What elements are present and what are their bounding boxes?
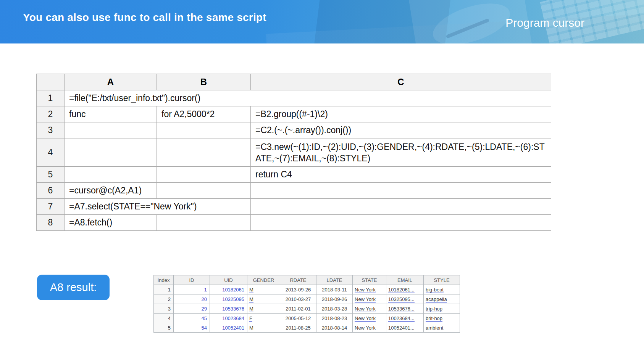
result-row-2: 22010325095M2010-03-272018-09-26New York… — [154, 294, 460, 304]
cell-B6 — [157, 183, 251, 199]
cell-A3 — [65, 122, 157, 138]
cell-B8 — [157, 215, 251, 231]
a8-result-label-badge: A8 result: — [37, 275, 110, 300]
result-cell-gender-2: M — [247, 294, 280, 304]
result-cell-style-3: trip-hop — [424, 304, 460, 314]
result-cell-index-3: 3 — [154, 304, 174, 314]
cell-C7 — [251, 199, 551, 215]
result-row-5: 55410052401M2011-08-252018-08-14New York… — [154, 323, 460, 333]
result-column-header-email: EMAIL — [386, 275, 424, 285]
page-title: You can also use func to call in the sam… — [23, 11, 266, 24]
cell-B4 — [157, 138, 251, 167]
row-number-3: 3 — [37, 122, 65, 138]
result-cell-uid-2: 10325095 — [210, 294, 247, 304]
result-cell-style-1: big-beat — [424, 285, 460, 294]
result-cell-id-1: 1 — [174, 285, 210, 294]
result-header-row: IndexIDUIDGENDERRDATELDATESTATEEMAILSTYL… — [154, 275, 460, 285]
row-number-1: 1 — [37, 90, 65, 106]
result-cell-ldate-4: 2018-08-23 — [316, 314, 353, 323]
cell-A6: =cursor@c(A2,A1) — [65, 183, 157, 199]
result-cell-email-2: 10325095... — [386, 294, 424, 304]
result-column-header-id: ID — [174, 275, 210, 285]
a8-result-table: IndexIDUIDGENDERRDATELDATESTATEEMAILSTYL… — [153, 275, 460, 333]
result-row-3: 32910533676M2011-02-012018-03-28New York… — [154, 304, 460, 314]
cell-C2: =B2.group((#-1)\2) — [251, 106, 551, 122]
result-cell-state-3: New York — [353, 304, 386, 314]
sheet-row-8: 8=A8.fetch() — [37, 215, 551, 231]
result-cell-state-4: New York — [353, 314, 386, 323]
result-column-header-rdate: RDATE — [280, 275, 316, 285]
result-cell-uid-3: 10533676 — [210, 304, 247, 314]
result-column-header-ldate: LDATE — [316, 275, 353, 285]
result-cell-style-2: acappella — [424, 294, 460, 304]
column-header-c: C — [251, 74, 551, 90]
result-cell-id-4: 45 — [174, 314, 210, 323]
result-column-header-style: STYLE — [424, 275, 460, 285]
sheet-column-header-row: A B C — [37, 74, 551, 90]
cell-A8: =A8.fetch() — [65, 215, 157, 231]
result-cell-index-2: 2 — [154, 294, 174, 304]
result-column-header-gender: GENDER — [247, 275, 280, 285]
result-cell-rdate-5: 2011-08-25 — [280, 323, 316, 333]
cell-A5 — [65, 167, 157, 183]
result-cell-id-5: 54 — [174, 323, 210, 333]
result-cell-style-4: brit-hop — [424, 314, 460, 323]
cell-C8 — [251, 215, 551, 231]
sheet-row-2: 2funcfor A2,5000*2=B2.group((#-1)\2) — [37, 106, 551, 122]
cell-C3: =C2.(~.(~.array()).conj()) — [251, 122, 551, 138]
result-cell-rdate-4: 2005-05-12 — [280, 314, 316, 323]
header-banner: You can also use func to call in the sam… — [0, 0, 644, 43]
column-header-b: B — [157, 74, 251, 90]
cell-A7: =A7.select(STATE=="New York") — [65, 199, 251, 215]
result-cell-gender-5: M — [247, 323, 280, 333]
result-cell-rdate-1: 2013-09-26 — [280, 285, 316, 294]
result-cell-uid-1: 10182061 — [210, 285, 247, 294]
row-number-7: 7 — [37, 199, 65, 215]
result-cell-email-5: 10052401... — [386, 323, 424, 333]
result-cell-ldate-3: 2018-03-28 — [316, 304, 353, 314]
cell-C5: return C4 — [251, 167, 551, 183]
sheet-row-4: 4=C3.new(~(1):ID,~(2):UID,~(3):GENDER,~(… — [37, 138, 551, 167]
sheet-row-7: 7=A7.select(STATE=="New York") — [37, 199, 551, 215]
result-cell-ldate-1: 2018-03-11 — [316, 285, 353, 294]
row-number-2: 2 — [37, 106, 65, 122]
sheet-row-6: 6=cursor@c(A2,A1) — [37, 183, 551, 199]
result-cell-email-3: 10533676... — [386, 304, 424, 314]
cell-C6 — [251, 183, 551, 199]
cell-C4: =C3.new(~(1):ID,~(2):UID,~(3):GENDER,~(4… — [251, 138, 551, 167]
cell-B2: for A2,5000*2 — [157, 106, 251, 122]
cell-A2: func — [65, 106, 157, 122]
result-cell-id-2: 20 — [174, 294, 210, 304]
result-cell-index-1: 1 — [154, 285, 174, 294]
cell-A1: =file("E:/txt/user_info.txt").cursor() — [65, 90, 551, 106]
result-column-header-uid: UID — [210, 275, 247, 285]
row-number-4: 4 — [37, 138, 65, 167]
sheet-corner-cell — [37, 74, 65, 90]
result-column-header-state: STATE — [353, 275, 386, 285]
cell-B3 — [157, 122, 251, 138]
row-number-6: 6 — [37, 183, 65, 199]
cell-A4 — [65, 138, 157, 167]
cell-B5 — [157, 167, 251, 183]
result-cell-gender-4: F — [247, 314, 280, 323]
result-row-4: 44510023684F2005-05-122018-08-23New York… — [154, 314, 460, 323]
result-cell-gender-1: M — [247, 285, 280, 294]
header-subtitle: Program cursor — [505, 16, 584, 29]
column-header-a: A — [65, 74, 157, 90]
result-cell-uid-4: 10023684 — [210, 314, 247, 323]
result-cell-gender-3: M — [247, 304, 280, 314]
result-cell-index-5: 5 — [154, 323, 174, 333]
result-cell-email-4: 10023684... — [386, 314, 424, 323]
result-cell-rdate-3: 2011-02-01 — [280, 304, 316, 314]
row-number-8: 8 — [37, 215, 65, 231]
result-cell-ldate-5: 2018-08-14 — [316, 323, 353, 333]
result-cell-state-2: New York — [353, 294, 386, 304]
result-cell-state-1: New York — [353, 285, 386, 294]
sheet-row-3: 3=C2.(~.(~.array()).conj()) — [37, 122, 551, 138]
result-cell-uid-5: 10052401 — [210, 323, 247, 333]
result-cell-state-5: New York — [353, 323, 386, 333]
result-cell-id-3: 29 — [174, 304, 210, 314]
sheet-row-1: 1=file("E:/txt/user_info.txt").cursor() — [37, 90, 551, 106]
sheet-row-5: 5return C4 — [37, 167, 551, 183]
result-cell-ldate-2: 2018-09-26 — [316, 294, 353, 304]
